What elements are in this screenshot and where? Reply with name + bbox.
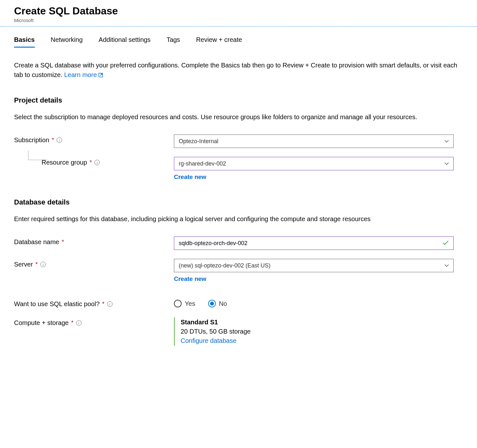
learn-more-link[interactable]: Learn more <box>64 71 103 78</box>
learn-more-label: Learn more <box>64 71 97 78</box>
compute-storage-control: Standard S1 20 DTUs, 50 GB storage Confi… <box>174 317 454 346</box>
tabs-bar: Basics Networking Additional settings Ta… <box>14 36 463 48</box>
page-subtitle: Microsoft <box>14 18 463 23</box>
nesting-line <box>28 151 47 160</box>
required-indicator: * <box>62 239 64 245</box>
info-icon[interactable]: i <box>107 301 113 307</box>
resource-group-row: Resource group * i rg-shared-dev-002 Cre… <box>14 157 463 181</box>
server-label: Server * i <box>14 259 174 268</box>
required-indicator: * <box>102 301 105 307</box>
tab-additional-settings[interactable]: Additional settings <box>99 36 151 48</box>
subscription-select[interactable]: Optezo-Internal <box>174 135 454 148</box>
chevron-down-icon <box>444 263 449 268</box>
db-name-control <box>174 236 454 250</box>
db-name-label: Database name * <box>14 236 174 246</box>
elastic-pool-radio-group: Yes No <box>174 298 454 307</box>
server-label-text: Server <box>14 261 33 268</box>
check-icon <box>442 240 449 247</box>
resource-group-select[interactable]: rg-shared-dev-002 <box>174 157 454 170</box>
radio-icon <box>208 300 216 307</box>
server-select[interactable]: (new) sql-optezo-dev-002 (East US) <box>174 259 454 272</box>
project-details-desc: Select the subscription to manage deploy… <box>14 112 463 122</box>
radio-icon <box>174 300 182 307</box>
info-icon[interactable]: i <box>57 137 62 143</box>
compute-storage-label-text: Compute + storage <box>14 319 69 327</box>
db-name-input-wrapper <box>174 236 454 250</box>
db-name-row: Database name * <box>14 236 463 250</box>
database-details-heading: Database details <box>14 198 463 206</box>
elastic-pool-label-text: Want to use SQL elastic pool? <box>14 300 100 308</box>
compute-detail: 20 DTUs, 50 GB storage <box>181 328 454 335</box>
tab-networking[interactable]: Networking <box>51 36 83 48</box>
resource-group-control: rg-shared-dev-002 Create new <box>174 157 454 181</box>
intro-text: Create a SQL database with your preferre… <box>14 60 463 80</box>
elastic-pool-label: Want to use SQL elastic pool? * i <box>14 298 174 308</box>
required-indicator: * <box>52 137 54 143</box>
required-indicator: * <box>90 159 92 166</box>
required-indicator: * <box>35 261 38 268</box>
chevron-down-icon <box>444 139 449 144</box>
create-new-server-link[interactable]: Create new <box>174 275 206 282</box>
resource-group-label-text: Resource group <box>42 159 87 166</box>
db-name-label-text: Database name <box>14 238 59 246</box>
subscription-row: Subscription * i Optezo-Internal <box>14 135 463 148</box>
content-area: Basics Networking Additional settings Ta… <box>0 27 477 364</box>
required-indicator: * <box>71 320 74 326</box>
subscription-label: Subscription * i <box>14 135 174 144</box>
compute-summary-box: Standard S1 20 DTUs, 50 GB storage Confi… <box>174 317 454 346</box>
db-name-input[interactable] <box>179 240 442 247</box>
subscription-value: Optezo-Internal <box>179 138 218 145</box>
radio-yes-label: Yes <box>185 300 195 307</box>
radio-dot-icon <box>210 302 214 305</box>
subscription-label-text: Subscription <box>14 136 49 144</box>
resource-group-value: rg-shared-dev-002 <box>179 160 226 167</box>
info-icon[interactable]: i <box>94 160 100 165</box>
subscription-control: Optezo-Internal <box>174 135 454 148</box>
tab-tags[interactable]: Tags <box>167 36 180 48</box>
elastic-pool-yes-radio[interactable]: Yes <box>174 300 195 307</box>
radio-no-label: No <box>219 300 227 307</box>
page-title: Create SQL Database <box>14 5 463 17</box>
compute-tier: Standard S1 <box>181 319 454 326</box>
compute-storage-row: Compute + storage * i Standard S1 20 DTU… <box>14 317 463 346</box>
tab-basics[interactable]: Basics <box>14 36 35 48</box>
create-new-rg-link[interactable]: Create new <box>174 174 206 181</box>
project-details-heading: Project details <box>14 96 463 104</box>
elastic-pool-no-radio[interactable]: No <box>208 300 227 307</box>
server-control: (new) sql-optezo-dev-002 (East US) Creat… <box>174 259 454 282</box>
elastic-pool-control: Yes No <box>174 298 454 307</box>
configure-database-link[interactable]: Configure database <box>181 337 237 344</box>
elastic-pool-row: Want to use SQL elastic pool? * i Yes No <box>14 298 463 308</box>
server-value: (new) sql-optezo-dev-002 (East US) <box>179 262 270 269</box>
external-link-icon <box>98 71 103 80</box>
info-icon[interactable]: i <box>40 262 46 267</box>
chevron-down-icon <box>444 161 449 166</box>
database-details-desc: Enter required settings for this databas… <box>14 214 463 224</box>
page-header: Create SQL Database Microsoft <box>0 0 477 27</box>
tab-review-create[interactable]: Review + create <box>196 36 242 48</box>
server-row: Server * i (new) sql-optezo-dev-002 (Eas… <box>14 259 463 282</box>
compute-storage-label: Compute + storage * i <box>14 317 174 327</box>
info-icon[interactable]: i <box>76 320 82 326</box>
